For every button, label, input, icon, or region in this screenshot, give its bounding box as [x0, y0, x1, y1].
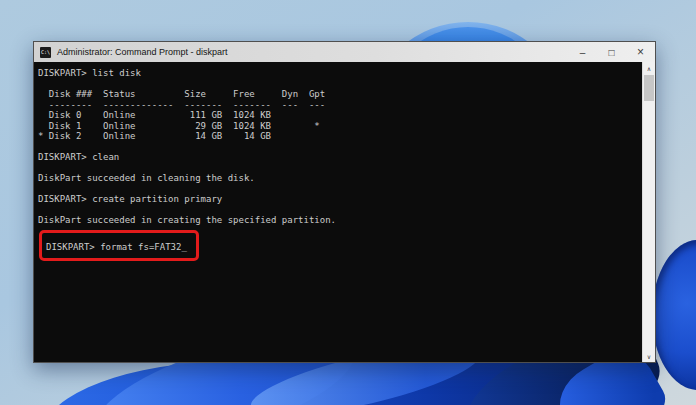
window-title: Administrator: Command Prompt - diskpart	[57, 47, 228, 57]
scroll-down-icon[interactable]: ∨	[643, 350, 655, 362]
cmd-window: C:\ Administrator: Command Prompt - disk…	[33, 41, 656, 363]
scroll-up-icon[interactable]: ∧	[643, 62, 655, 74]
highlight-box: DISKPART> format fs=FAT32_	[39, 230, 199, 261]
minimize-button[interactable]: –	[568, 42, 597, 62]
text-cursor: _	[181, 242, 186, 252]
terminal[interactable]: DISKPART> list disk Disk ### Status Size…	[34, 62, 655, 362]
window-controls: – □ ×	[568, 42, 655, 62]
desktop: C:\ Administrator: Command Prompt - disk…	[0, 0, 696, 405]
scrollbar[interactable]: ∧ ∨	[642, 62, 655, 362]
scrollbar-thumb[interactable]	[644, 75, 654, 101]
maximize-button[interactable]: □	[597, 42, 626, 62]
current-command: DISKPART> format fs=FAT32	[46, 242, 181, 252]
terminal-output: DISKPART> list disk Disk ### Status Size…	[38, 68, 639, 226]
terminal-text: DISKPART> list disk Disk ### Status Size…	[38, 68, 639, 261]
cmd-icon: C:\	[40, 47, 51, 58]
wallpaper-bloom-flower	[0, 356, 696, 405]
titlebar[interactable]: C:\ Administrator: Command Prompt - disk…	[34, 42, 655, 62]
close-button[interactable]: ×	[626, 42, 655, 62]
command-line: DISKPART> format fs=FAT32_	[38, 230, 639, 261]
